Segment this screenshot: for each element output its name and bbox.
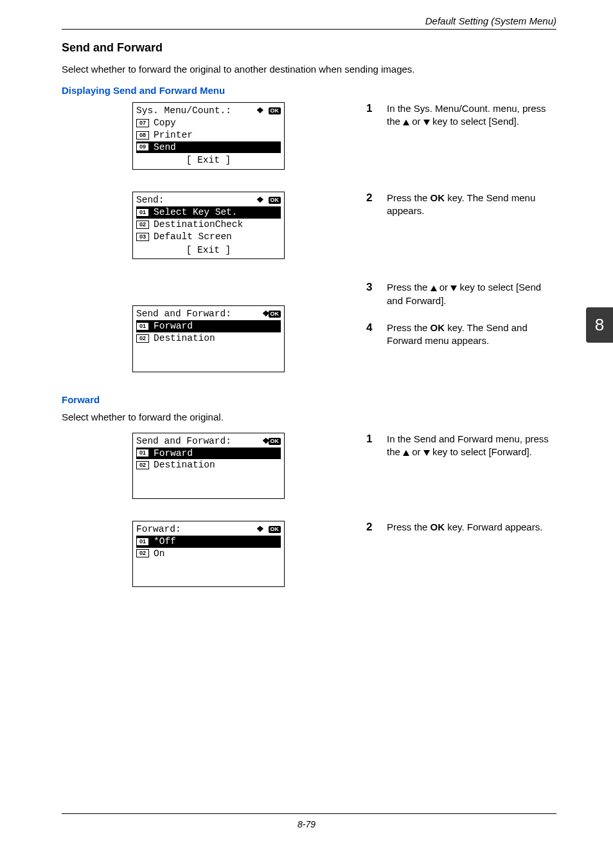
step-text: Press the [387,192,431,203]
num-badge: 01 [136,322,149,330]
lcd4-r2: Destination [154,459,215,471]
lcd2-r3: Default Screen [154,231,232,243]
down-icon [423,120,430,125]
ok-badge-icon: OK [269,311,281,318]
or-text: or [409,116,423,127]
nav-icon: ❖ [256,195,263,206]
subsection-2-intro: Select whether to forward the original. [62,411,556,422]
num-badge: 02 [136,549,149,557]
or-text: or [437,282,451,293]
ok-key: OK [431,521,445,532]
section-intro: Select whether to forward the original t… [62,64,556,75]
ok-badge-icon: OK [269,438,281,445]
page-number: 8-79 [298,819,315,829]
lcd1-r3: Send [154,141,176,154]
step-b1: 1 In the Send and Forward menu, press th… [366,433,556,459]
lcd1-title: Sys. Menu/Count.: [136,105,231,117]
lcd1-r2: Printer [154,129,193,141]
step-a2: 2 Press the OK key. The Send menu appear… [366,192,556,218]
lcd4-title: Send and Forward: [136,435,231,448]
lcd1-exit: [ Exit ] [136,153,281,167]
lcd5-r2: On [154,548,164,560]
lcd1-r1: Copy [154,117,176,129]
up-icon [403,450,409,456]
ok-badge-icon: OK [269,197,281,204]
header-rule [62,29,556,30]
lcd5-r1: *Off [154,536,176,548]
lcd5-title: Forward: [136,523,181,536]
step-num: 1 [366,102,375,115]
lcd2-r2: DestinationCheck [154,219,243,231]
num-badge: 03 [136,233,149,241]
lcd4-r1: Forward [154,448,193,460]
num-badge: 02 [136,334,149,343]
lcd3-r1: Forward [154,320,193,332]
nav-icon: ❖ [256,524,263,535]
num-badge: 01 [136,538,149,546]
step-text: key to select [Send]. [430,116,519,127]
num-badge: 07 [136,119,149,127]
step-num: 3 [366,281,375,294]
step-text: key. Forward appears. [445,521,542,532]
page-thumb-tab: 8 [586,307,613,343]
step-num: 4 [366,321,375,334]
subsection-1-title: Displaying Send and Forward Menu [62,85,556,96]
lcd-screen-3: Send and Forward: ❖OK 01Forward 02Destin… [132,305,285,372]
subsection-2-title: Forward [62,394,556,405]
nav-icon: ❖ [262,309,269,320]
footer-rule [62,813,556,814]
lcd-screen-5: Forward: ❖ OK 01*Off 02On [132,521,285,587]
num-badge: 01 [136,449,149,457]
nav-icon: ❖ [256,105,263,116]
ok-badge-icon: OK [269,526,281,533]
ok-key: OK [431,322,445,333]
or-text: or [409,446,423,457]
up-icon [403,120,409,125]
step-text: Press the [387,521,431,532]
lcd-screen-2: Send: ❖ OK 01Select Key Set. 02Destinati… [132,192,285,259]
lcd3-title: Send and Forward: [136,308,231,320]
step-a1: 1 In the Sys. Menu/Count. menu, press th… [366,102,556,129]
num-badge: 02 [136,221,149,229]
step-num: 2 [366,521,375,534]
step-a3: 3 Press the or key to select [Send and F… [366,281,556,307]
ok-key: OK [431,192,445,203]
step-a4: 4 Press the OK key. The Send and Forward… [366,321,556,348]
page-footer: 8-79 [0,813,613,829]
step-b2: 2 Press the OK key. Forward appears. [366,521,556,534]
step-text: key to select [Forward]. [430,446,532,457]
lcd-screen-4: Send and Forward: ❖OK 01Forward 02Destin… [132,433,285,499]
lcd2-exit: [ Exit ] [136,243,281,257]
step-num: 1 [366,433,375,446]
lcd2-title: Send: [136,194,164,206]
nav-icon: ❖ [262,436,269,447]
lcd2-r1: Select Key Set. [154,206,238,219]
step-text: Press the [387,282,431,293]
step-text: Press the [387,322,431,333]
lcd-screen-1: Sys. Menu/Count.: ❖ OK 07Copy 08Printer … [132,102,285,170]
num-badge: 08 [136,131,149,140]
section-title: Send and Forward [62,41,556,55]
lcd3-r2: Destination [154,332,215,345]
num-badge: 01 [136,208,149,217]
running-header: Default Setting (System Menu) [62,15,556,26]
num-badge: 09 [136,143,149,151]
ok-badge-icon: OK [269,107,281,114]
num-badge: 02 [136,461,149,469]
up-icon [431,285,437,291]
step-num: 2 [366,192,375,204]
down-icon [423,450,430,456]
down-icon [450,285,457,291]
tab-number: 8 [595,315,604,335]
